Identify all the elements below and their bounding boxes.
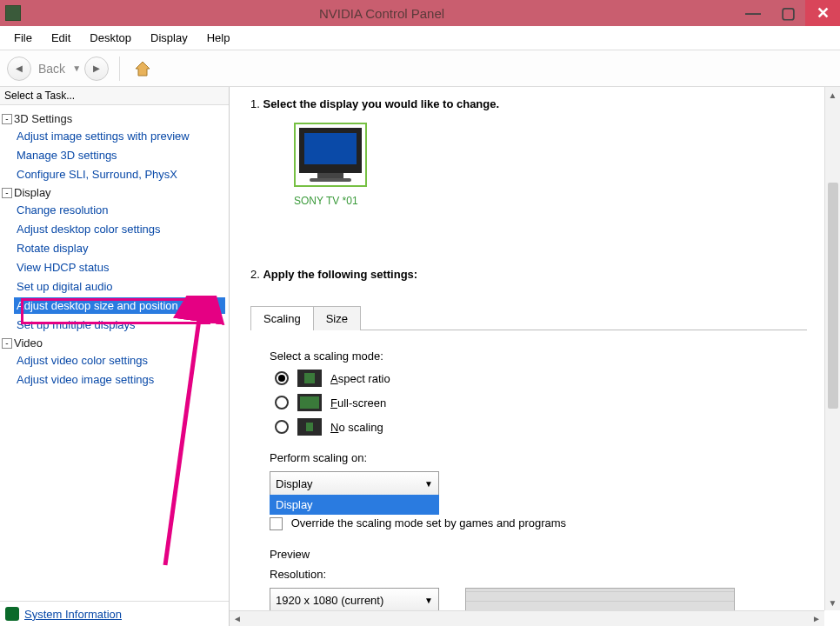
tree-item-adjust-color[interactable]: Adjust desktop color settings [14,221,225,237]
tree-cat-3d-label: 3D Settings [14,112,72,125]
tree-toggle-video[interactable]: - [2,338,12,349]
tree-item-multiple-displays[interactable]: Set up multiple displays [14,316,225,333]
nav-back-label: Back [35,62,69,76]
tree-item-adjust-size-position[interactable]: Adjust desktop size and position [14,297,225,314]
toolbar-separator [119,57,120,81]
nav-back-dropdown[interactable]: ▼ [72,63,81,73]
maximize-button[interactable]: ▢ [770,0,805,26]
perform-scaling-select[interactable]: Display ▼ [270,471,439,496]
tree-item-change-resolution[interactable]: Change resolution [14,202,225,218]
nav-back-button[interactable]: ◄ [7,57,31,81]
home-icon [133,59,152,78]
window-title: NVIDIA Control Panel [28,6,736,21]
toolbar: ◄ Back ▼ ► [0,50,840,87]
menu-display[interactable]: Display [142,28,197,48]
nav-forward-button[interactable]: ► [84,57,109,81]
radio-full-screen[interactable] [275,396,289,410]
override-label: Override the scaling mode set by games a… [291,516,567,529]
sidebar-header: Select a Task... [0,87,229,105]
tree-item-configure-sli[interactable]: Configure SLI, Surround, PhysX [14,166,225,183]
display-tile-sony[interactable] [294,123,367,187]
aspect-ratio-icon [297,370,322,387]
radio-no-scaling[interactable] [275,420,289,434]
menu-desktop[interactable]: Desktop [81,28,140,48]
no-scaling-icon [297,418,322,436]
override-checkbox[interactable] [270,517,283,530]
sysinfo-icon [5,607,19,621]
tree-item-view-hdcp[interactable]: View HDCP status [14,259,225,276]
tree-item-manage-3d[interactable]: Manage 3D settings [14,147,225,163]
content-panel: 1. Select the display you would like to … [230,87,840,626]
radio-noscale-label: No scaling [330,421,383,434]
horizontal-scrollbar[interactable]: ◄ ► [230,610,824,626]
system-information-bar: System Information [0,601,229,626]
close-button[interactable]: ✕ [805,0,840,26]
chevron-down-icon: ▼ [424,596,433,605]
step2-heading: 2. Apply the following settings: [250,268,807,281]
tree-item-video-image[interactable]: Adjust video image settings [14,371,225,388]
chevron-down-icon: ▼ [424,479,433,489]
radio-full-label: Full-screen [330,396,386,410]
home-button[interactable] [130,57,155,81]
tab-scaling[interactable]: Scaling [250,306,314,330]
scroll-left-arrow[interactable]: ◄ [230,614,245,623]
menu-file[interactable]: File [5,28,41,48]
monitor-icon [299,128,362,173]
tree-toggle-3d[interactable]: - [2,114,12,124]
preview-image [465,588,735,610]
sidebar: Select a Task... - 3D Settings Adjust im… [0,87,230,626]
tab-size[interactable]: Size [313,306,361,330]
tree-toggle-display[interactable]: - [2,188,12,198]
radio-aspect-ratio[interactable] [275,371,289,385]
menu-edit[interactable]: Edit [43,28,79,48]
scroll-up-arrow[interactable]: ▲ [825,87,840,103]
scroll-thumb[interactable] [828,183,838,409]
menu-help[interactable]: Help [198,28,239,48]
tree-item-digital-audio[interactable]: Set up digital audio [14,278,225,295]
tree-cat-display-label: Display [14,186,51,199]
perform-scaling-option-display[interactable]: Display [270,496,438,514]
step1-heading: 1. Select the display you would like to … [250,97,807,110]
menubar: File Edit Desktop Display Help [0,26,840,50]
minimize-button[interactable]: — [736,0,770,26]
titlebar: NVIDIA Control Panel — ▢ ✕ [0,0,840,26]
scaling-mode-label: Select a scaling mode: [270,350,798,363]
task-tree: - 3D Settings Adjust image settings with… [0,105,229,601]
tree-item-video-color[interactable]: Adjust video color settings [14,352,225,369]
vertical-scrollbar[interactable]: ▲ ▼ [824,87,840,610]
scroll-down-arrow[interactable]: ▼ [825,595,840,610]
tree-item-adjust-image-preview[interactable]: Adjust image settings with preview [14,128,225,144]
scroll-right-arrow[interactable]: ► [809,614,824,623]
perform-scaling-label: Perform scaling on: [270,451,798,464]
full-screen-icon [297,394,322,411]
resolution-label: Resolution: [270,568,798,581]
resolution-select[interactable]: 1920 x 1080 (current) ▼ [270,588,439,610]
app-icon [5,5,21,21]
settings-tabs: Scaling Size [250,305,807,330]
system-information-link[interactable]: System Information [24,608,122,621]
tree-item-rotate-display[interactable]: Rotate display [14,240,225,256]
display-tile-label: SONY TV *01 [294,195,807,207]
radio-aspect-label: Aspect ratio [330,372,390,385]
tree-cat-video-label: Video [14,336,43,350]
preview-label: Preview [270,548,798,561]
perform-scaling-dropdown: Display [270,495,439,515]
